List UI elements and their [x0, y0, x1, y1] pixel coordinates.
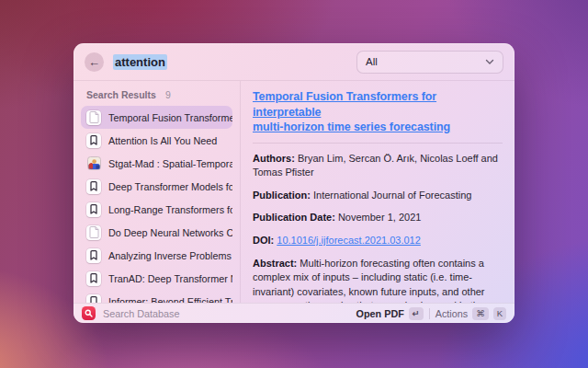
result-item[interactable]: Long-Range Transformers for D...	[81, 198, 232, 221]
result-item[interactable]: Informer: Beyond Efficient Trans...	[81, 290, 232, 303]
footer-bar: Search Database Open PDF ↵ Actions ⌘ K	[74, 303, 514, 323]
search-bar: ← attention All	[74, 43, 514, 81]
bookmark-icon	[86, 248, 101, 263]
return-key-icon: ↵	[409, 307, 424, 320]
publication-date-row: Publication Date: November 1, 2021	[253, 211, 503, 225]
document-icon	[86, 225, 101, 240]
search-database-app-icon	[82, 306, 96, 320]
result-item[interactable]: TranAD: Deep Transformer Net...	[81, 267, 232, 290]
abstract-paragraph: Abstract: Multi-horizon forecasting ofte…	[253, 257, 503, 303]
result-item-label: Stgat-Mad : Spatial-Temporal Gr...	[108, 158, 232, 169]
results-header: Search Results	[86, 89, 156, 100]
bookmark-icon	[86, 202, 101, 217]
authors-row: Authors: Bryan Lim, Sercan Ö. Arık, Nico…	[253, 152, 503, 180]
doi-link[interactable]: 10.1016/j.ijforecast.2021.03.012	[277, 235, 421, 246]
filter-dropdown[interactable]: All	[356, 51, 503, 74]
result-item[interactable]: Attention Is All You Need	[81, 129, 232, 152]
results-sidebar: Search Results 9 Temporal Fusion Transfo…	[74, 81, 241, 303]
result-item-label: Informer: Beyond Efficient Trans...	[108, 296, 232, 304]
bookmark-icon	[86, 294, 101, 304]
back-button[interactable]: ←	[85, 52, 104, 72]
magnifier-icon	[85, 309, 93, 317]
k-key-icon: K	[493, 307, 506, 320]
footer-divider	[429, 308, 430, 319]
search-query-selected-text: attention	[113, 54, 167, 70]
result-item[interactable]: Analyzing Inverse Problems with...	[81, 244, 232, 267]
result-item-label: TranAD: Deep Transformer Net...	[108, 273, 232, 284]
result-item-label: Deep Transformer Models for Ti...	[108, 181, 232, 192]
doi-row: DOI: 10.1016/j.ijforecast.2021.03.012	[253, 234, 503, 248]
results-count: 9	[165, 89, 171, 100]
result-item-label: Long-Range Transformers for D...	[108, 204, 232, 215]
open-pdf-button[interactable]: Open PDF ↵	[356, 307, 424, 320]
document-icon	[86, 110, 101, 125]
search-input[interactable]: attention	[113, 55, 167, 69]
result-item[interactable]: Temporal Fusion Transformers f...	[81, 106, 232, 129]
result-item[interactable]: Do Deep Neural Networks Contr...	[81, 221, 232, 244]
result-item-label: Temporal Fusion Transformers f...	[108, 112, 232, 123]
actions-button[interactable]: Actions ⌘ K	[435, 307, 506, 320]
result-item-label: Do Deep Neural Networks Contr...	[108, 227, 232, 238]
title-divider	[253, 143, 503, 144]
command-key-icon: ⌘	[472, 307, 489, 320]
bookmark-icon	[86, 271, 101, 286]
paper-detail-pane: Temporal Fusion Transformers for interpr…	[241, 81, 514, 303]
filter-dropdown-value: All	[366, 56, 378, 67]
result-item[interactable]: Stgat-Mad : Spatial-Temporal Gr...	[81, 152, 232, 175]
command-name-label: Search Database	[103, 308, 179, 319]
chevron-down-icon	[485, 59, 494, 65]
bookmark-icon	[86, 133, 101, 148]
result-item-label: Analyzing Inverse Problems with...	[108, 250, 232, 261]
publication-row: Publication: International Journal of Fo…	[253, 189, 503, 203]
arrow-left-icon: ←	[88, 55, 100, 69]
result-item[interactable]: Deep Transformer Models for Ti...	[81, 175, 232, 198]
paper-title-link[interactable]: Temporal Fusion Transformers for interpr…	[253, 89, 503, 135]
search-window: ← attention All Search Results 9 Tempora…	[74, 43, 514, 323]
bookmark-icon	[86, 179, 101, 194]
result-item-label: Attention Is All You Need	[108, 135, 217, 146]
figure-thumbnail-icon	[86, 156, 101, 171]
